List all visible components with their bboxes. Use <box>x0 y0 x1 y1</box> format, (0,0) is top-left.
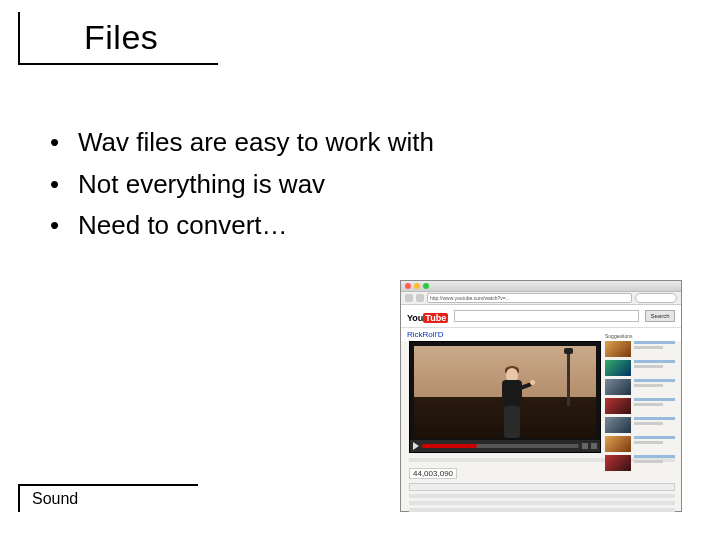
volume-icon <box>582 443 588 449</box>
browser-toolbar: http://www.youtube.com/watch?v=... <box>401 292 681 305</box>
address-bar: http://www.youtube.com/watch?v=... <box>427 293 632 303</box>
window-titlebar <box>401 281 681 292</box>
performer-figure <box>498 368 526 438</box>
bullet-item: Not everything is wav <box>50 166 680 204</box>
fullscreen-icon <box>591 443 597 449</box>
rating-bar <box>409 483 675 491</box>
suggested-heading: Suggestions <box>605 333 675 339</box>
suggested-item <box>605 417 675 433</box>
body-area: Wav files are easy to work with Not ever… <box>50 120 680 249</box>
progress-bar <box>422 444 579 448</box>
title-rule: Files <box>18 12 218 65</box>
thumbnail-icon <box>605 398 631 414</box>
slide: Files Wav files are easy to work with No… <box>0 0 720 540</box>
back-icon <box>405 294 413 302</box>
forward-icon <box>416 294 424 302</box>
meta-line <box>409 494 675 498</box>
footer-rule: Sound <box>18 484 198 512</box>
thumbnail-icon <box>605 417 631 433</box>
bullet-item: Wav files are easy to work with <box>50 124 680 162</box>
meta-line <box>409 501 675 505</box>
traffic-light-close-icon <box>405 283 411 289</box>
suggested-item <box>605 341 675 357</box>
video-frame <box>414 346 596 438</box>
logo-text-tube: Tube <box>423 313 448 323</box>
bullet-item: Need to convert… <box>50 207 680 245</box>
youtube-logo-icon: YouTube <box>407 307 448 325</box>
slide-title: Files <box>84 18 158 56</box>
search-button: Search <box>645 310 675 322</box>
suggested-item <box>605 379 675 395</box>
browser-search-field <box>635 293 677 303</box>
footer-text: Sound <box>32 490 78 507</box>
title-container: Files <box>18 12 218 65</box>
site-header: YouTube Search <box>401 305 681 328</box>
traffic-light-min-icon <box>414 283 420 289</box>
play-icon <box>413 442 419 450</box>
video-player <box>409 341 601 453</box>
thumbnail-icon <box>605 379 631 395</box>
player-controls <box>410 440 600 452</box>
meta-line <box>409 508 675 512</box>
logo-text-you: You <box>407 313 423 323</box>
embedded-screenshot: http://www.youtube.com/watch?v=... YouTu… <box>400 280 682 512</box>
thumbnail-icon <box>605 360 631 376</box>
site-search-input <box>454 310 639 322</box>
footer-container: Sound <box>18 484 198 512</box>
suggested-item <box>605 398 675 414</box>
microphone-icon <box>567 352 570 406</box>
thumbnail-icon <box>605 341 631 357</box>
thumbnail-icon <box>605 455 631 471</box>
view-count: 44,003,090 <box>409 468 457 479</box>
suggested-item <box>605 436 675 452</box>
suggested-item <box>605 360 675 376</box>
suggested-item <box>605 455 675 471</box>
traffic-light-max-icon <box>423 283 429 289</box>
thumbnail-icon <box>605 436 631 452</box>
suggested-sidebar: Suggestions <box>605 333 675 474</box>
bullet-list: Wav files are easy to work with Not ever… <box>50 124 680 245</box>
